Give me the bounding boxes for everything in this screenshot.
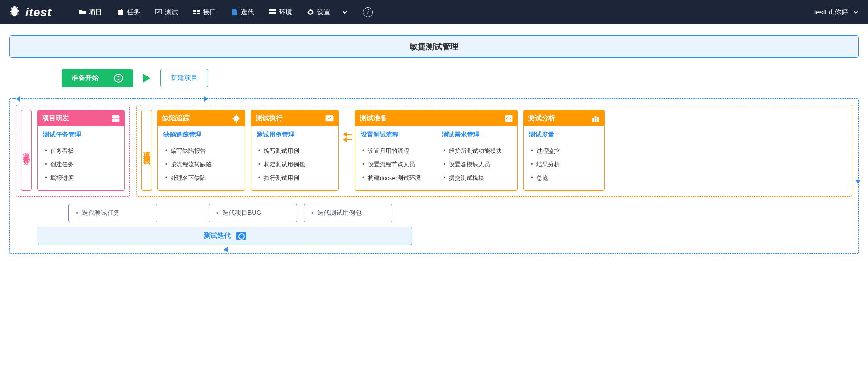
chevron-down-icon (853, 9, 859, 15)
start-row: 准备开始 新建项目 (62, 69, 859, 87)
code-icon (505, 114, 513, 123)
ready-start-label: 准备开始 (72, 74, 99, 82)
iteration-row: • 迭代测试任务 • 迭代项目BUG • 迭代测试用例包 (68, 204, 852, 222)
card-title: 项目研发 (42, 114, 69, 123)
test-iteration-bar[interactable]: 测试迭代 (38, 227, 412, 245)
svg-rect-16 (595, 116, 596, 121)
flow-arrow-icon (204, 96, 208, 102)
svg-rect-6 (269, 12, 276, 14)
new-project-button[interactable]: 新建项目 (160, 69, 208, 87)
svg-rect-4 (197, 13, 200, 14)
hourglass-icon (114, 74, 123, 83)
list-item: 构建测试用例包 (258, 158, 333, 171)
bug-icon (7, 5, 22, 19)
list-item: 编写测试用例 (258, 144, 333, 158)
nav-items: 项目 任务 测试 接口 迭代 环境 设置 i (79, 7, 373, 17)
card-title: 缺陷追踪 (162, 114, 190, 123)
card-subtitle[interactable]: 测试用例管理 (251, 126, 338, 142)
logo-text: itest (25, 5, 52, 19)
user-menu[interactable]: testLd,你好! (814, 8, 859, 17)
nav-iteration[interactable]: 迭代 (231, 8, 254, 17)
bullet-icon: • (76, 209, 78, 217)
nav-label: 迭代 (241, 8, 254, 17)
bullet-icon: • (216, 209, 219, 217)
task-section-label: 测试任务 (21, 110, 32, 191)
svg-point-12 (235, 117, 238, 119)
nav-project[interactable]: 项目 (79, 8, 102, 17)
page-title: 敏捷测试管理 (9, 35, 859, 58)
card-list: 编写缺陷报告 按流程流转缺陷 处理名下缺陷 (158, 142, 245, 190)
nav-api[interactable]: 接口 (193, 8, 216, 17)
gear-icon (307, 9, 314, 16)
card-header: 项目研发 (38, 110, 124, 126)
card-list: 维护所测试功能模块 设置各模块人员 提交测试模块 (436, 142, 517, 190)
flow-arrows (344, 134, 355, 140)
svg-point-10 (113, 119, 114, 120)
list-item: 维护所测试功能模块 (444, 144, 512, 158)
page: 敏捷测试管理 准备开始 新建项目 测试任务 项目研发 (0, 24, 868, 272)
list-item: 处理名下缺陷 (165, 171, 239, 185)
chart-icon (591, 114, 600, 123)
settings-chevron[interactable] (341, 9, 348, 16)
card-header: 测试执行 (251, 110, 338, 126)
test-analysis-card: 测试分析 测试度量 过程监控 结果分析 总览 (523, 110, 605, 191)
flow-container: 测试任务 项目研发 测试任务管理 任务看板 创建任务 填报进度 (9, 98, 859, 254)
card-columns: 设置测试流程 设置启用的流程 设置流程节点人员 构建docker测试环境 测试需… (355, 126, 517, 190)
monitor-check-icon (155, 9, 162, 16)
card-subtitle[interactable]: 测试需求管理 (436, 126, 517, 142)
info-icon: i (363, 7, 373, 17)
flow-arrow-icon (16, 96, 20, 102)
nav-test[interactable]: 测试 (155, 8, 178, 17)
card-list: 设置启用的流程 设置流程节点人员 构建docker测试环境 (355, 142, 436, 190)
list-item: 设置各模块人员 (444, 158, 512, 171)
iteration-bar-label: 测试迭代 (204, 232, 231, 240)
list-item: 过程监控 (531, 144, 599, 158)
list-item: 任务看板 (45, 144, 119, 158)
card-column: 设置测试流程 设置启用的流程 设置流程节点人员 构建docker测试环境 (355, 126, 436, 190)
list-item: 设置流程节点人员 (362, 158, 431, 171)
user-greeting: testLd,你好! (814, 8, 850, 17)
target-icon (232, 114, 240, 123)
nav-label: 任务 (127, 8, 140, 17)
nav-label: 项目 (89, 8, 102, 17)
card-subtitle[interactable]: 缺陷追踪管理 (158, 126, 245, 142)
nav-environment[interactable]: 环境 (269, 8, 292, 17)
server-icon (112, 114, 120, 123)
card-header: 测试准备 (355, 110, 517, 126)
flow-arrow-icon (855, 180, 861, 184)
card-list: 过程监控 结果分析 总览 (524, 142, 604, 190)
file-icon (231, 9, 238, 16)
nav-label: 测试 (165, 8, 178, 17)
clipboard-icon (117, 9, 124, 16)
project-dev-card: 项目研发 测试任务管理 任务看板 创建任务 填报进度 (37, 110, 125, 191)
iteration-case-box[interactable]: • 迭代测试用例包 (304, 204, 392, 222)
card-header: 测试分析 (524, 110, 604, 126)
card-subtitle[interactable]: 测试度量 (524, 126, 604, 142)
list-item: 按流程流转缺陷 (165, 158, 239, 171)
svg-rect-2 (197, 10, 200, 12)
list-item: 设置启用的流程 (362, 144, 431, 158)
top-nav: itest 项目 任务 测试 接口 迭代 环境 设置 (0, 0, 868, 24)
card-title: 测试分析 (528, 114, 555, 123)
card-header: 缺陷追踪 (158, 110, 245, 126)
iteration-task-box[interactable]: • 迭代测试任务 (68, 204, 157, 222)
iteration-label: 迭代测试任务 (82, 209, 120, 217)
test-prepare-card: 测试准备 设置测试流程 设置启用的流程 设置流程节点人员 构建docker测试环… (355, 110, 518, 191)
card-column: 测试需求管理 维护所测试功能模块 设置各模块人员 提交测试模块 (436, 126, 517, 190)
card-subtitle[interactable]: 设置测试流程 (355, 126, 436, 142)
iteration-bug-box[interactable]: • 迭代项目BUG (209, 204, 297, 222)
vlabel-text: 项目测试 (143, 147, 151, 154)
ready-start-button[interactable]: 准备开始 (62, 69, 133, 87)
nav-task[interactable]: 任务 (117, 8, 140, 17)
logo[interactable]: itest (7, 5, 52, 19)
flow-arrow-icon (224, 247, 228, 252)
monitor-check-icon (325, 114, 334, 123)
card-subtitle[interactable]: 测试任务管理 (38, 126, 124, 142)
folder-icon (79, 9, 86, 16)
api-icon (193, 9, 200, 16)
nav-info[interactable]: i (363, 7, 373, 17)
nav-settings[interactable]: 设置 (307, 8, 330, 17)
svg-point-9 (113, 116, 114, 117)
task-section: 测试任务 项目研发 测试任务管理 任务看板 创建任务 填报进度 (16, 105, 130, 197)
iteration-label: 迭代项目BUG (222, 209, 261, 217)
